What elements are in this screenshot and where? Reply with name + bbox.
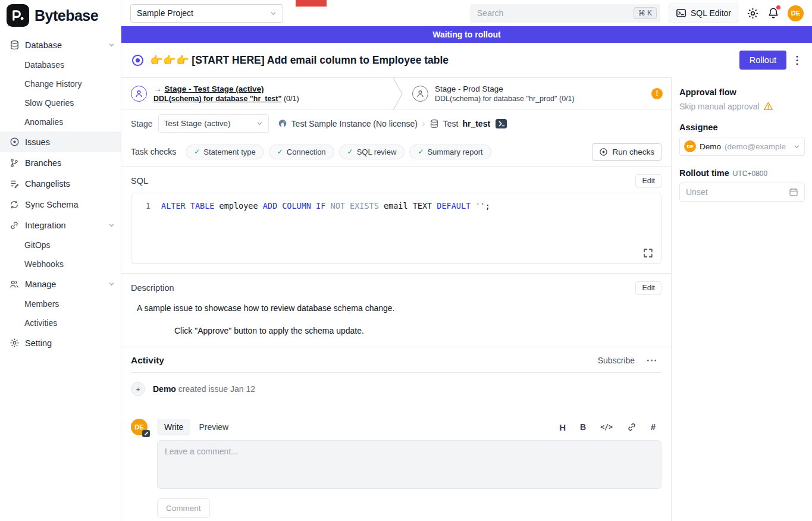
sidebar-item-label: Anomalies	[24, 117, 63, 127]
stage-timeline: → Stage - Test Stage (active) DDL(schema…	[121, 77, 671, 109]
assignee-select[interactable]: DE Demo (demo@example	[679, 137, 805, 156]
sidebar-item-sync-schema[interactable]: Sync Schema	[0, 194, 121, 215]
task-check-sql-review[interactable]: ✓SQL review	[339, 145, 405, 159]
gear-icon	[10, 338, 20, 348]
sidebar-item-webhooks[interactable]: Webhooks	[0, 255, 121, 274]
chevron-down-icon	[270, 10, 277, 17]
project-select[interactable]: Sample Project	[130, 4, 283, 23]
run-checks-button[interactable]: Run checks	[592, 143, 661, 161]
sidebar-item-change-history[interactable]: Change History	[0, 74, 121, 93]
event-plus-icon: +	[131, 382, 145, 396]
check-icon: ✓	[277, 147, 283, 156]
description-label: Description	[131, 283, 174, 293]
check-icon: ✓	[418, 147, 424, 156]
stage-warning-icon: !	[651, 88, 663, 99]
task-check-statement-type[interactable]: ✓Statement type	[186, 145, 264, 159]
sidebar-item-label: Integration	[25, 221, 66, 230]
event-description: created issue Jan 12	[178, 384, 255, 394]
instance-name[interactable]: Test Sample Instance (No license)	[291, 119, 418, 128]
code-icon[interactable]: </>	[600, 423, 613, 431]
check-icon: ✓	[347, 147, 353, 156]
task-checks-row: Task checks ✓Statement type✓Connection✓S…	[121, 137, 671, 167]
event-user: Demo	[153, 384, 176, 394]
assignee-name: Demo	[700, 142, 721, 151]
approval-flow-row: Skip manual approval	[679, 101, 805, 111]
bold-icon[interactable]: B	[580, 422, 586, 432]
sidebar-item-manage[interactable]: Manage	[0, 274, 121, 294]
sql-section: SQL Edit 1 ALTER TABLE employee ADD COLU…	[121, 167, 671, 273]
settings-gear-icon[interactable]	[747, 7, 759, 20]
number-icon[interactable]: #	[651, 422, 656, 432]
sidebar-item-branches[interactable]: Branches	[0, 152, 121, 173]
sidebar-item-members[interactable]: Members	[0, 294, 121, 313]
sql-code-editor[interactable]: 1 ALTER TABLE employee ADD COLUMN IF NOT…	[131, 193, 661, 264]
issue-status-icon	[132, 55, 143, 66]
sidebar-item-label: GitOps	[24, 240, 51, 250]
comment-button[interactable]: Comment	[157, 498, 210, 518]
issue-title: 👉👉👉 [START HERE] Add email column to Emp…	[150, 54, 449, 67]
notifications-bell-icon[interactable]	[767, 7, 779, 19]
brand-logo-row[interactable]: Bytebase	[0, 0, 121, 32]
breadcrumb-separator: ›	[422, 118, 425, 128]
sidebar-item-databases[interactable]: Databases	[0, 55, 121, 74]
sidebar-item-gitops[interactable]: GitOps	[0, 236, 121, 255]
stage-title: Stage - Prod Stage	[435, 84, 503, 93]
sidebar-item-slow-queries[interactable]: Slow Queries	[0, 93, 121, 112]
rollout-timezone: UTC+0800	[733, 170, 767, 178]
stage-card-test[interactable]: → Stage - Test Stage (active) DDL(schema…	[121, 78, 393, 109]
sync-icon	[10, 199, 20, 209]
sql-edit-button[interactable]: Edit	[635, 174, 661, 187]
stage-select[interactable]: Test Stage (active)	[158, 114, 269, 133]
description-section: Description Edit A sample issue to showc…	[121, 273, 671, 347]
task-check-label: SQL review	[357, 147, 397, 156]
user-avatar[interactable]: DE	[788, 5, 804, 21]
tab-preview[interactable]: Preview	[192, 419, 236, 435]
app: Bytebase DatabaseDatabasesChange History…	[0, 0, 812, 521]
expand-icon[interactable]	[643, 248, 653, 258]
search-shortcut: ⌘ K	[634, 7, 657, 19]
assignee-email: (demo@example	[725, 142, 790, 151]
bytebase-logo-icon	[7, 4, 29, 27]
kebab-menu-icon[interactable]	[793, 55, 801, 65]
link-icon[interactable]	[627, 422, 637, 432]
assignee-title: Assignee	[679, 123, 805, 132]
task-check-summary-report[interactable]: ✓Summary report	[409, 145, 491, 159]
search-input[interactable]: Search ⌘ K	[470, 4, 660, 23]
rollout-time-title: Rollout time	[679, 168, 729, 178]
postgres-icon	[278, 119, 287, 128]
sql-editor-button[interactable]: SQL Editor	[669, 4, 738, 23]
comment-input[interactable]	[157, 440, 661, 489]
sidebar-item-integration[interactable]: Integration	[0, 215, 121, 236]
sidebar-item-label: Databases	[24, 60, 64, 70]
sidebar-item-setting[interactable]: Setting	[0, 332, 121, 353]
sidebar-item-label: Activities	[24, 318, 57, 328]
tab-write[interactable]: Write	[157, 419, 190, 435]
task-check-pills: ✓Statement type✓Connection✓SQL review✓Su…	[186, 145, 491, 159]
check-icon: ✓	[194, 147, 200, 156]
task-checks-label: Task checks	[131, 147, 176, 156]
open-sql-editor-icon[interactable]	[496, 119, 507, 128]
rollout-time-input[interactable]: Unset	[679, 183, 805, 202]
sidebar-item-activities[interactable]: Activities	[0, 313, 121, 332]
rollout-button[interactable]: Rollout	[739, 51, 786, 70]
sidebar-item-anomalies[interactable]: Anomalies	[0, 112, 121, 131]
stage-card-prod[interactable]: Stage - Prod Stage DDL(schema) for datab…	[403, 78, 671, 109]
stage-separator	[393, 78, 403, 109]
heading-icon[interactable]: H	[559, 422, 566, 432]
run-icon	[599, 147, 608, 156]
sidebar-item-label: Database	[25, 40, 62, 50]
description-edit-button[interactable]: Edit	[635, 281, 661, 294]
subscribe-button[interactable]: Subscribe	[598, 356, 635, 365]
database-icon	[429, 119, 439, 128]
issue-content: → Stage - Test Stage (active) DDL(schema…	[121, 77, 672, 521]
search-placeholder: Search	[477, 8, 503, 18]
sidebar-item-database[interactable]: Database	[0, 34, 121, 55]
task-check-connection[interactable]: ✓Connection	[269, 145, 334, 159]
issue-header: 👉👉👉 [START HERE] Add email column to Emp…	[121, 43, 812, 77]
description-text: Click "Approve" button to apply the sche…	[174, 326, 661, 335]
ellipsis-menu-icon[interactable]	[647, 359, 657, 362]
sidebar-item-changelists[interactable]: Changelists	[0, 173, 121, 194]
sidebar-item-issues[interactable]: Issues	[0, 131, 121, 152]
database-name[interactable]: hr_test	[462, 119, 490, 128]
stage-title: Stage - Test Stage (active)	[165, 84, 264, 93]
